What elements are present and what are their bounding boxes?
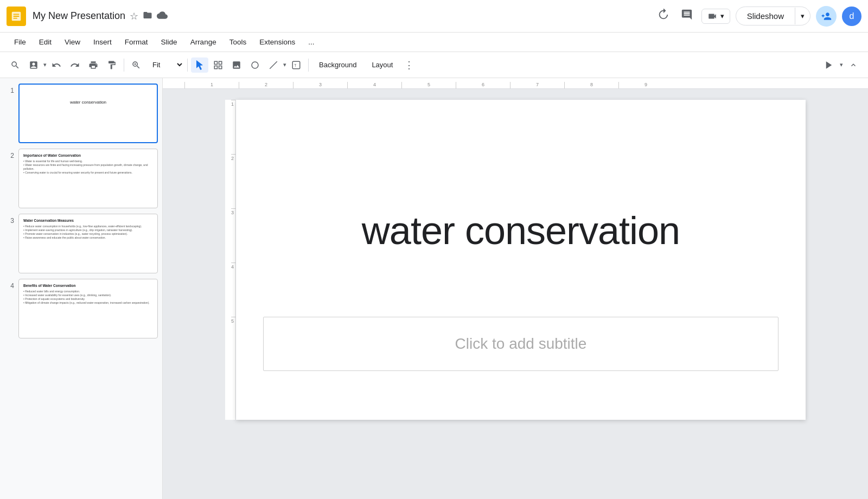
svg-rect-2 (14, 16, 20, 17)
ruler-mark-5: 5 (401, 82, 456, 88)
svg-marker-14 (826, 61, 832, 69)
insert-dropdown[interactable]: ▾ (25, 57, 47, 73)
ruler-mark-1: 1 (184, 82, 239, 88)
title-section: My New Presentation ☆ (33, 10, 168, 23)
slide-thumb-heading-4: Benefits of Water Conservation (23, 284, 153, 287)
image-button[interactable] (228, 57, 245, 73)
ruler-mark-v-5: 5 (231, 317, 235, 371)
ruler-mark-7: 7 (510, 82, 564, 88)
background-button[interactable]: Background (312, 57, 363, 72)
present-button[interactable] (820, 57, 838, 73)
toolbar: ▾ Fit 50% 75% 100% 125% 150% ▾ (0, 52, 868, 78)
toolbar-sep-1 (124, 59, 124, 72)
svg-rect-8 (214, 66, 217, 68)
canvas-area: 1 2 3 4 5 6 7 8 9 1 2 3 4 5 water (163, 78, 868, 499)
more-toolbar-button[interactable]: ⋮ (401, 57, 417, 73)
ruler-mark-v-2: 2 (231, 154, 235, 208)
paint-format-button[interactable] (103, 57, 120, 73)
slide-thumb-content-3: • Reduce water consumption in households… (23, 225, 153, 240)
svg-rect-3 (14, 17, 17, 18)
insert-dropdown-arrow[interactable]: ▾ (43, 61, 47, 68)
add-person-button[interactable] (816, 6, 837, 27)
slide-thumbnail-2[interactable]: Importance of Water Conservation • Water… (18, 149, 158, 208)
undo-button[interactable] (48, 57, 65, 73)
ruler-mark-v-1: 1 (231, 100, 235, 154)
ruler-mark-2: 2 (239, 82, 293, 88)
slide-subtitle-placeholder[interactable]: Click to add subtitle (455, 335, 587, 353)
slide-number-4: 4 (4, 279, 14, 290)
slideshow-button-group[interactable]: Slideshow ▾ (736, 7, 810, 25)
svg-rect-6 (214, 61, 217, 64)
svg-text:T: T (294, 63, 296, 67)
menu-more[interactable]: ... (303, 36, 320, 48)
menu-extensions[interactable]: Extensions (254, 36, 301, 48)
menu-insert[interactable]: Insert (88, 36, 117, 48)
comments-button[interactable] (678, 5, 696, 27)
ruler-mark-v-4: 4 (231, 263, 235, 317)
collapse-button[interactable] (845, 58, 861, 72)
redo-button[interactable] (66, 57, 84, 73)
search-button[interactable] (7, 57, 24, 73)
menu-edit[interactable]: Edit (34, 36, 57, 48)
zoom-selector[interactable]: Fit 50% 75% 100% 125% 150% (146, 58, 184, 72)
slide-item-3: 3 Water Conservation Measures • Reduce w… (4, 214, 158, 273)
select-region-button[interactable] (209, 57, 227, 73)
slideshow-dropdown-button[interactable]: ▾ (795, 8, 810, 24)
svg-rect-7 (219, 61, 222, 64)
ruler-marks-top: 1 2 3 4 5 6 7 8 9 (184, 82, 673, 88)
folder-icon[interactable] (143, 10, 152, 22)
ruler-mark-9: 9 (618, 82, 673, 88)
slide-thumb-heading-2: Importance of Water Conservation (23, 153, 153, 157)
print-button[interactable] (85, 57, 102, 73)
meet-label: ▾ (720, 12, 724, 20)
star-icon[interactable]: ☆ (130, 10, 138, 22)
top-right-controls: ▾ Slideshow ▾ d (654, 5, 861, 27)
slide-main-title[interactable]: water conservation (263, 208, 778, 253)
shapes-button[interactable] (246, 57, 264, 73)
ruler-mark-4: 4 (347, 82, 401, 88)
slides-panel: 1 water conservation 2 Importance of Wat… (0, 78, 163, 499)
toolbar-right: ▾ (820, 57, 861, 73)
meet-button-group[interactable]: ▾ (701, 9, 730, 24)
menu-format[interactable]: Format (119, 36, 154, 48)
slide-subtitle-box[interactable]: Click to add subtitle (263, 317, 778, 371)
line-dropdown-arrow[interactable]: ▾ (283, 61, 286, 68)
slideshow-button[interactable]: Slideshow (736, 7, 795, 25)
svg-rect-9 (219, 66, 222, 68)
insert-button[interactable] (25, 57, 42, 73)
slide-thumb-heading-3: Water Conservation Measures (23, 219, 153, 222)
textbox-button[interactable]: T (288, 57, 305, 73)
app-logo[interactable] (7, 7, 26, 26)
layout-button[interactable]: Layout (365, 57, 400, 72)
ruler-top: 1 2 3 4 5 6 7 8 9 (163, 78, 868, 89)
presentation-title[interactable]: My New Presentation (33, 10, 125, 22)
line-button[interactable] (265, 57, 282, 73)
slide-thumbnail-1[interactable]: water conservation (18, 84, 158, 143)
user-avatar[interactable]: d (842, 7, 861, 26)
slide-thumbnail-4[interactable]: Benefits of Water Conservation • Reduced… (18, 279, 158, 338)
history-button[interactable] (654, 5, 672, 27)
zoom-button[interactable] (127, 57, 145, 73)
slide-thumbnail-3[interactable]: Water Conservation Measures • Reduce wat… (18, 214, 158, 273)
menu-view[interactable]: View (59, 36, 86, 48)
top-bar: My New Presentation ☆ ▾ Slideshow ▾ (0, 0, 868, 33)
line-dropdown[interactable]: ▾ (265, 57, 286, 73)
slide-item-2: 2 Importance of Water Conservation • Wat… (4, 149, 158, 208)
ruler-mark-6: 6 (456, 82, 510, 88)
slide-number-2: 2 (4, 149, 14, 159)
ruler-mark-3: 3 (293, 82, 347, 88)
cloud-icon[interactable] (157, 10, 168, 23)
select-tool-button[interactable] (191, 57, 208, 73)
slide-thumb-title-1: water conservation (70, 100, 106, 105)
slide-thumb-center-1: water conservation (24, 89, 152, 105)
menu-slide[interactable]: Slide (156, 36, 183, 48)
slide-canvas[interactable]: water conservation Click to add subtitle (236, 100, 806, 420)
slide-item-4: 4 Benefits of Water Conservation • Reduc… (4, 279, 158, 338)
dropdown-arrow-right[interactable]: ▾ (840, 61, 843, 68)
menu-bar: File Edit View Insert Format Slide Arran… (0, 33, 868, 52)
menu-arrange[interactable]: Arrange (185, 36, 222, 48)
menu-tools[interactable]: Tools (224, 36, 252, 48)
slide-item-1: 1 water conservation (4, 84, 158, 143)
svg-rect-1 (14, 14, 20, 15)
menu-file[interactable]: File (9, 36, 31, 48)
